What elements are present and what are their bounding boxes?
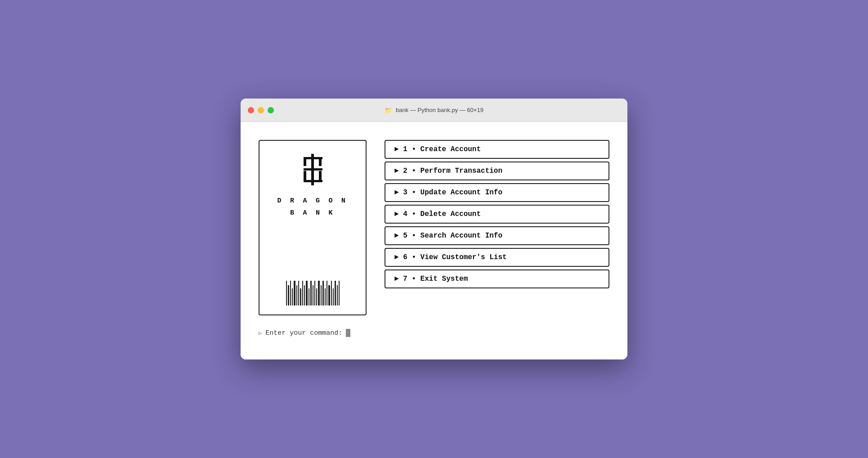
bank-name: D R A G O N B A N K <box>277 195 348 219</box>
menu-item-1[interactable]: ► 1 • Create Account <box>385 140 609 159</box>
svg-rect-7 <box>304 180 322 182</box>
dollar-sign-container <box>295 152 331 188</box>
svg-rect-6 <box>319 171 322 180</box>
menu-item-3[interactable]: ► 3 • Update Account Info <box>385 183 609 202</box>
prompt-label: Enter your command: <box>265 329 342 337</box>
menu-item-2[interactable]: ► 2 • Perform Transaction <box>385 162 609 180</box>
menu-item-7[interactable]: ► 7 • Exit System <box>385 269 609 288</box>
window-title: 📁 bank — Python bank.py — 60×19 <box>385 107 483 114</box>
folder-icon: 📁 <box>385 107 392 114</box>
traffic-lights <box>248 107 274 113</box>
dollar-icon <box>295 152 331 188</box>
maximize-button[interactable] <box>268 107 274 113</box>
prompt-arrow-icon: ▷ <box>259 330 262 337</box>
window-body: D R A G O N B A N K <box>241 122 627 359</box>
svg-rect-2 <box>304 157 306 166</box>
bank-card: D R A G O N B A N K <box>259 140 367 315</box>
menu-item-6[interactable]: ► 6 • View Customer's List <box>385 248 609 267</box>
svg-rect-3 <box>319 157 322 166</box>
title-label: bank — Python bank.py — 60×19 <box>396 107 483 113</box>
svg-rect-4 <box>304 168 322 171</box>
close-button[interactable] <box>248 107 254 113</box>
svg-rect-5 <box>304 171 306 180</box>
terminal-window: 📁 bank — Python bank.py — 60×19 <box>241 99 627 359</box>
titlebar: 📁 bank — Python bank.py — 60×19 <box>241 99 627 122</box>
barcode <box>286 278 340 305</box>
prompt-cursor[interactable] <box>346 329 350 337</box>
menu-item-5[interactable]: ► 5 • Search Account Info <box>385 226 609 245</box>
menu-list: ► 1 • Create Account► 2 • Perform Transa… <box>385 140 609 288</box>
menu-item-4[interactable]: ► 4 • Delete Account <box>385 205 609 224</box>
minimize-button[interactable] <box>258 107 264 113</box>
content-area: D R A G O N B A N K <box>259 140 609 315</box>
prompt-area: ▷ Enter your command: <box>259 329 609 337</box>
